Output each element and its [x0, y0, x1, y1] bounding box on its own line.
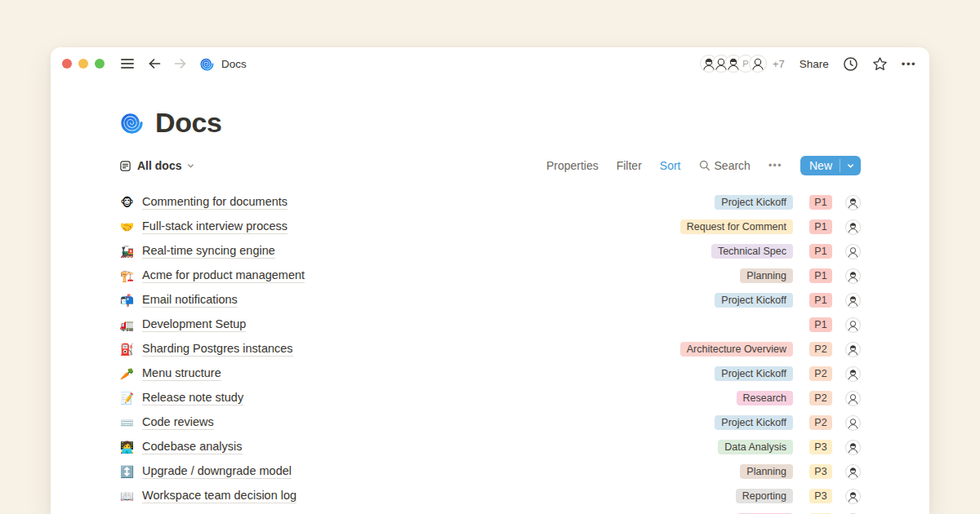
priority-badge[interactable]: P1: [809, 317, 832, 332]
doc-type-tag[interactable]: Request for Comment: [680, 219, 793, 234]
assignee-avatar[interactable]: [845, 391, 861, 406]
table-row[interactable]: 📝 Release note study Research P2: [119, 386, 861, 410]
doc-title-link[interactable]: Code reviews: [142, 415, 214, 430]
collaborator-avatar[interactable]: [749, 55, 767, 73]
toolbar-actions: Properties Filter Sort Search ••• New: [546, 156, 861, 175]
chevron-down-icon: [187, 162, 194, 170]
assignee-avatar[interactable]: [845, 244, 861, 259]
doc-type-tag[interactable]: Research: [737, 391, 794, 405]
doc-title-link[interactable]: Email notifications: [142, 293, 238, 308]
priority-badge[interactable]: P1: [809, 268, 832, 283]
zoom-window-button[interactable]: [95, 59, 105, 69]
table-row[interactable]: 🚛 Development Setup P1: [119, 312, 861, 337]
table-row[interactable]: 🚂 Real-time syncing engine Technical Spe…: [119, 239, 861, 264]
docs-spiral-logo-icon: [199, 56, 215, 72]
search-button[interactable]: Search: [699, 159, 751, 172]
back-arrow-icon[interactable]: [147, 56, 162, 71]
doc-type-tag[interactable]: Architecture Overview: [680, 342, 793, 357]
table-row[interactable]: ⛽ Sharding Postgres instances Architectu…: [119, 337, 861, 361]
table-row[interactable]: 🏗️ Acme for product management Planning …: [119, 264, 861, 288]
app-window: Docs P +7 Share ••• Docs: [51, 47, 929, 514]
page-title-block: Docs: [119, 107, 861, 138]
search-icon: [699, 160, 710, 171]
forward-arrow-icon[interactable]: [173, 56, 188, 71]
minimize-window-button[interactable]: [78, 59, 88, 69]
priority-badge[interactable]: P3: [809, 489, 832, 503]
doc-title-link[interactable]: Commenting for documents: [142, 195, 287, 210]
doc-title-link[interactable]: Menu structure: [142, 366, 221, 381]
priority-badge[interactable]: P1: [809, 195, 832, 210]
doc-emoji-icon: 🚛: [119, 319, 135, 330]
history-clock-icon[interactable]: [843, 56, 858, 72]
table-row[interactable]: 🐵 Commenting for documents Project Kicko…: [119, 190, 861, 215]
priority-badge[interactable]: P2: [809, 342, 832, 357]
assignee-avatar[interactable]: [845, 342, 861, 357]
priority-badge[interactable]: P2: [809, 366, 832, 381]
priority-badge[interactable]: P1: [809, 219, 832, 234]
doc-emoji-icon: 🏗️: [119, 270, 135, 281]
doc-title-link[interactable]: Upgrade / downgrade model: [142, 464, 292, 479]
priority-badge[interactable]: P3: [809, 440, 832, 454]
doc-title-link[interactable]: Sharding Postgres instances: [142, 342, 293, 357]
doc-title-link[interactable]: Full-stack interview process: [142, 219, 287, 234]
collaborator-avatars[interactable]: P: [700, 55, 767, 73]
view-toolbar: All docs Properties Filter Sort Search •…: [119, 155, 861, 176]
doc-title-link[interactable]: Real-time syncing engine: [142, 244, 275, 259]
sidebar-menu-icon[interactable]: [119, 57, 136, 70]
assignee-avatar[interactable]: [845, 317, 861, 333]
collaborators-overflow-count[interactable]: +7: [773, 58, 785, 70]
assignee-avatar[interactable]: [845, 464, 861, 480]
properties-button[interactable]: Properties: [546, 159, 599, 172]
new-doc-button[interactable]: New: [800, 156, 861, 175]
doc-title-link[interactable]: Codebase analysis: [142, 440, 243, 454]
docs-table: 🐵 Commenting for documents Project Kicko…: [119, 190, 861, 514]
doc-title-link[interactable]: Acme for product management: [142, 268, 305, 283]
view-selector-label: All docs: [137, 159, 181, 172]
table-row[interactable]: 📖 Workspace team decision log Reporting …: [119, 484, 861, 508]
table-row[interactable]: 👩‍💻 Codebase analysis Data Analysis P3: [119, 435, 861, 459]
sort-button[interactable]: Sort: [660, 159, 681, 172]
assignee-avatar[interactable]: [845, 195, 861, 210]
assignee-avatar[interactable]: [845, 268, 861, 284]
toolbar-more-button[interactable]: •••: [768, 160, 782, 171]
doc-type-tag[interactable]: Project Kickoff: [715, 366, 793, 381]
table-row[interactable]: 🤝 Full-stack interview process Request f…: [119, 215, 861, 239]
assignee-avatar[interactable]: [845, 293, 861, 308]
more-options-button[interactable]: •••: [902, 58, 916, 70]
assignee-avatar[interactable]: [845, 219, 861, 235]
priority-badge[interactable]: P2: [809, 415, 832, 430]
priority-badge[interactable]: P1: [809, 293, 832, 308]
doc-emoji-icon: ↕️: [119, 466, 135, 477]
assignee-avatar[interactable]: [845, 415, 861, 431]
table-row[interactable]: 🦜 Performance review feedback Research P…: [119, 508, 861, 514]
table-row[interactable]: ⌨️ Code reviews Project Kickoff P2: [119, 410, 861, 435]
table-row[interactable]: 🥕 Menu structure Project Kickoff P2: [119, 361, 861, 386]
doc-emoji-icon: 🤝: [119, 221, 135, 233]
doc-title-link[interactable]: Development Setup: [142, 317, 246, 332]
new-doc-dropdown[interactable]: [840, 162, 861, 170]
doc-title-link[interactable]: Workspace team decision log: [142, 489, 296, 503]
view-selector[interactable]: All docs: [119, 159, 194, 172]
doc-title-link[interactable]: Release note study: [142, 391, 243, 405]
assignee-avatar[interactable]: [845, 489, 861, 504]
assignee-avatar[interactable]: [845, 440, 861, 455]
all-docs-page-icon: [119, 160, 131, 172]
favorite-star-icon[interactable]: [872, 56, 888, 72]
doc-type-tag[interactable]: Reporting: [736, 489, 793, 503]
close-window-button[interactable]: [62, 59, 72, 69]
doc-type-tag[interactable]: Project Kickoff: [715, 195, 793, 210]
doc-type-tag[interactable]: Planning: [740, 268, 793, 283]
share-button[interactable]: Share: [800, 58, 829, 70]
doc-type-tag[interactable]: Planning: [740, 464, 793, 479]
table-row[interactable]: ↕️ Upgrade / downgrade model Planning P3: [119, 459, 861, 484]
assignee-avatar[interactable]: [845, 366, 861, 382]
filter-button[interactable]: Filter: [617, 159, 642, 172]
table-row[interactable]: 📬 Email notifications Project Kickoff P1: [119, 288, 861, 312]
doc-type-tag[interactable]: Project Kickoff: [715, 415, 793, 430]
priority-badge[interactable]: P1: [809, 244, 832, 259]
doc-type-tag[interactable]: Data Analysis: [718, 440, 793, 454]
priority-badge[interactable]: P2: [809, 391, 832, 405]
doc-type-tag[interactable]: Technical Spec: [711, 244, 793, 259]
doc-type-tag[interactable]: Project Kickoff: [715, 293, 793, 308]
priority-badge[interactable]: P3: [809, 464, 832, 479]
